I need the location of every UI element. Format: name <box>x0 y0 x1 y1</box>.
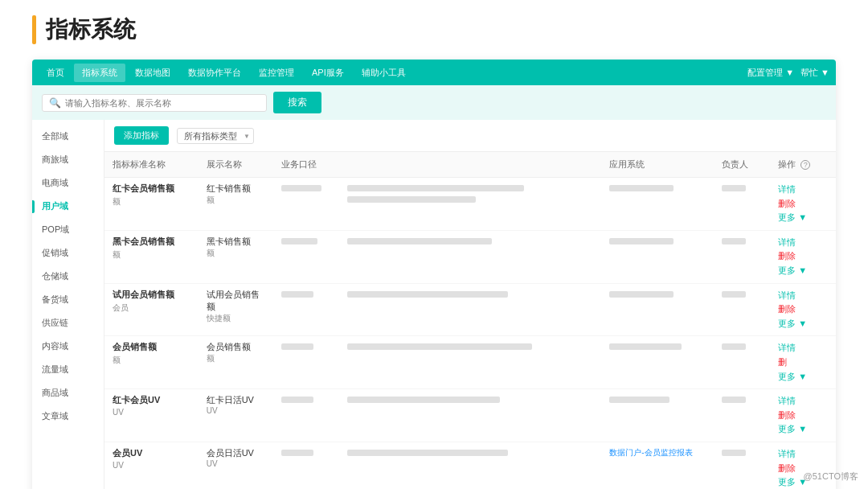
page-title-bar: 指标系统 <box>32 14 136 45</box>
cell-actions: 详情 删 更多 ▼ <box>770 336 836 389</box>
action-more[interactable]: 更多 ▼ <box>778 317 828 331</box>
cell-app: 数据门户-会员监控报表 <box>601 442 714 489</box>
action-detail[interactable]: 详情 <box>778 289 828 303</box>
sidebar-item-traffic[interactable]: 流量域 <box>32 358 104 381</box>
cell-biz <box>273 442 339 489</box>
sidebar-item-all[interactable]: 全部域 <box>32 125 104 148</box>
cell-metric-name: 试用会员销售额 会员 <box>104 283 199 336</box>
sidebar-item-pop[interactable]: POP域 <box>32 218 104 241</box>
cell-actions: 详情 删除 更多 ▼ <box>770 283 836 336</box>
cell-display: 黑卡销售额 额 <box>199 230 273 283</box>
help-icon[interactable]: ? <box>800 160 810 170</box>
table-row: 会员UV UV 会员日活UV UV <box>104 442 836 489</box>
cell-desc <box>339 178 602 231</box>
nav-left: 首页 指标系统 数据地图 数据协作平台 监控管理 API服务 辅助小工具 <box>39 64 414 82</box>
cell-app <box>601 336 714 389</box>
action-delete[interactable]: 删除 <box>778 409 828 423</box>
cell-desc <box>339 283 602 336</box>
bottom-tag: @51CTO博客 <box>804 471 858 483</box>
action-more[interactable]: 更多 ▼ <box>778 211 828 225</box>
action-detail[interactable]: 详情 <box>778 341 828 355</box>
filter-select[interactable]: 所有指标类型 原子指标 派生指标 复合指标 <box>177 128 254 144</box>
nav-right: 配置管理 ▼ 帮忙 ▼ <box>747 67 829 79</box>
nav-config[interactable]: 配置管理 ▼ <box>747 67 794 79</box>
nav-item-metrics[interactable]: 指标系统 <box>74 64 125 82</box>
cell-desc <box>339 442 602 489</box>
action-detail[interactable]: 详情 <box>778 394 828 409</box>
cell-owner <box>714 178 770 231</box>
nav-help[interactable]: 帮忙 ▼ <box>800 67 829 79</box>
sidebar-item-content[interactable]: 内容域 <box>32 335 104 358</box>
cell-biz <box>273 230 339 283</box>
nav-item-monitor[interactable]: 监控管理 <box>251 64 302 82</box>
cell-biz <box>273 336 339 389</box>
cell-metric-name: 红卡会员UV UV <box>104 389 199 442</box>
page-title: 指标系统 <box>46 14 136 45</box>
sidebar-item-promo[interactable]: 促销域 <box>32 241 104 265</box>
cell-desc <box>339 336 602 389</box>
search-input-wrap: 🔍 <box>42 94 267 112</box>
nav-item-platform[interactable]: 数据协作平台 <box>180 64 249 82</box>
sidebar-item-travel[interactable]: 商旅域 <box>32 148 104 171</box>
sidebar-item-ecommerce[interactable]: 电商域 <box>32 171 104 195</box>
action-detail[interactable]: 详情 <box>778 447 828 462</box>
app-window: 首页 指标系统 数据地图 数据协作平台 监控管理 API服务 辅助小工具 配置管… <box>32 60 836 489</box>
table-row: 试用会员销售额 会员 试用会员销售额 快捷额 <box>104 283 836 336</box>
cell-metric-name: 会员UV UV <box>104 442 199 489</box>
top-nav: 首页 指标系统 数据地图 数据协作平台 监控管理 API服务 辅助小工具 配置管… <box>32 60 836 85</box>
cell-owner <box>714 336 770 389</box>
cell-app <box>601 178 714 231</box>
cell-metric-name: 红卡会员销售额 额 <box>104 178 199 231</box>
sidebar-item-supply[interactable]: 供应链 <box>32 311 104 335</box>
sidebar-item-stock[interactable]: 备货域 <box>32 288 104 311</box>
cell-actions: 详情 删除 更多 ▼ <box>770 178 836 231</box>
app-link[interactable]: 数据门户-会员监控报表 <box>609 448 692 457</box>
action-detail[interactable]: 详情 <box>778 183 828 197</box>
nav-item-tools[interactable]: 辅助小工具 <box>354 64 414 82</box>
table-area: 添加指标 所有指标类型 原子指标 派生指标 复合指标 指标标 <box>104 120 836 489</box>
cell-owner <box>714 230 770 283</box>
cell-biz <box>273 389 339 442</box>
search-bar: 🔍 搜索 <box>32 85 836 120</box>
table-row: 红卡会员UV UV 红卡日活UV UV <box>104 389 836 442</box>
th-biz: 业务口径 <box>273 152 339 178</box>
nav-item-home[interactable]: 首页 <box>39 64 72 82</box>
data-table: 指标标准名称 展示名称 业务口径 应用系统 负责人 操作 ? <box>104 152 836 489</box>
sidebar-item-user[interactable]: 用户域 <box>32 195 104 218</box>
action-more[interactable]: 更多 ▼ <box>778 422 828 437</box>
add-metric-button[interactable]: 添加指标 <box>114 126 169 145</box>
cell-metric-name: 会员销售额 额 <box>104 336 199 389</box>
nav-item-datamap[interactable]: 数据地图 <box>127 64 178 82</box>
search-icon: 🔍 <box>49 97 61 109</box>
sidebar-item-article[interactable]: 文章域 <box>32 405 104 428</box>
cell-actions: 详情 删除 更多 ▼ <box>770 230 836 283</box>
search-button[interactable]: 搜索 <box>273 92 321 113</box>
table-row: 红卡会员销售额 额 红卡销售额 额 <box>104 178 836 231</box>
action-delete[interactable]: 删除 <box>778 197 828 212</box>
cell-owner <box>714 283 770 336</box>
th-display-name: 展示名称 <box>199 152 273 178</box>
action-more[interactable]: 更多 ▼ <box>778 370 828 384</box>
filter-select-wrap: 所有指标类型 原子指标 派生指标 复合指标 <box>177 128 254 144</box>
action-delete[interactable]: 删除 <box>778 249 828 264</box>
action-delete[interactable]: 删 <box>778 355 828 370</box>
th-action: 操作 ? <box>770 152 836 178</box>
th-app: 应用系统 <box>601 152 714 178</box>
toolbar: 添加指标 所有指标类型 原子指标 派生指标 复合指标 <box>104 120 836 152</box>
action-detail[interactable]: 详情 <box>778 236 828 250</box>
cell-desc <box>339 230 602 283</box>
cell-display: 红卡销售额 额 <box>199 178 273 231</box>
table-row: 会员销售额 额 会员销售额 额 <box>104 336 836 389</box>
sidebar-item-product[interactable]: 商品域 <box>32 381 104 405</box>
cell-display: 会员日活UV UV <box>199 442 273 489</box>
cell-actions: 详情 删除 更多 ▼ <box>770 389 836 442</box>
table-row: 黑卡会员销售额 额 黑卡销售额 额 <box>104 230 836 283</box>
search-input[interactable] <box>65 98 250 108</box>
action-delete[interactable]: 删除 <box>778 302 828 317</box>
cell-desc <box>339 389 602 442</box>
cell-biz <box>273 178 339 231</box>
sidebar-item-warehouse[interactable]: 仓储域 <box>32 265 104 288</box>
nav-item-api[interactable]: API服务 <box>304 64 352 82</box>
action-more[interactable]: 更多 ▼ <box>778 264 828 278</box>
page-header: 指标系统 <box>0 0 868 53</box>
